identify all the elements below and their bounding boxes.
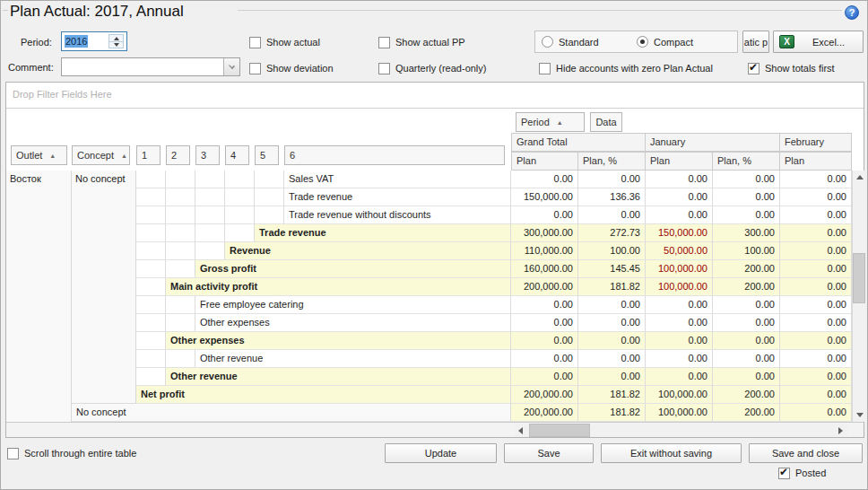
row-label[interactable]: Trade revenue without discounts [284, 206, 511, 224]
row-label[interactable]: Other expenses [195, 314, 511, 332]
value-cell[interactable]: 0.00 [646, 296, 713, 314]
value-cell[interactable]: 100,000.00 [646, 386, 713, 404]
value-cell[interactable]: 181.82 [578, 404, 646, 422]
value-cell[interactable]: 100,000.00 [646, 260, 713, 278]
value-cell[interactable]: 0.00 [780, 386, 852, 404]
update-button[interactable]: Update [385, 443, 497, 463]
value-cell[interactable]: 0.00 [511, 314, 578, 332]
value-cell[interactable]: 200.00 [713, 386, 780, 404]
combobox-dropdown-button[interactable] [223, 58, 239, 75]
value-cell[interactable]: 0.00 [713, 332, 780, 350]
col-header-plan[interactable]: Plan [511, 152, 578, 171]
value-cell[interactable]: 50,000.00 [646, 242, 713, 260]
value-cell[interactable]: 0.00 [780, 278, 852, 296]
h-scrollbar[interactable] [514, 424, 847, 437]
concept-field-header[interactable]: Concept ▲ [72, 145, 130, 165]
value-cell[interactable]: 300.00 [713, 224, 780, 242]
row-label[interactable]: Other revenue [166, 368, 511, 386]
row-label[interactable]: Other expenses [166, 332, 511, 350]
row-label[interactable]: Trade revenue [255, 224, 511, 242]
value-cell[interactable]: 0.00 [780, 260, 852, 278]
period-field-button[interactable]: Period ▲ [516, 112, 585, 132]
save-and-close-button[interactable]: Save and close [749, 443, 863, 463]
value-cell[interactable]: 150,000.00 [511, 188, 578, 206]
value-cell[interactable]: 0.00 [780, 296, 852, 314]
show-actual-pp-checkbox[interactable]: ✔ Show actual PP [378, 36, 465, 48]
scroll-up-button[interactable] [853, 171, 866, 184]
value-cell[interactable]: 300,000.00 [511, 224, 578, 242]
posted-checkbox[interactable]: ✔ Posted [778, 467, 826, 479]
standard-radio[interactable]: Standard [542, 36, 599, 48]
level-header-3[interactable]: 3 [195, 145, 220, 165]
value-cell[interactable]: 0.00 [713, 206, 780, 224]
value-cell[interactable]: 200.00 [713, 260, 780, 278]
value-cell[interactable]: 0.00 [578, 206, 646, 224]
value-cell[interactable]: 181.82 [578, 278, 646, 296]
value-cell[interactable]: 200,000.00 [511, 386, 578, 404]
value-cell[interactable]: 100.00 [713, 242, 780, 260]
row-label[interactable]: Free employee catering [195, 296, 511, 314]
value-cell[interactable]: 100,000.00 [646, 278, 713, 296]
value-cell[interactable]: 0.00 [646, 350, 713, 368]
row-label[interactable]: Trade revenue [284, 188, 511, 206]
value-cell[interactable]: 0.00 [713, 368, 780, 386]
value-cell[interactable]: 200.00 [713, 278, 780, 296]
group-header-grand-total[interactable]: Grand Total [511, 133, 646, 152]
show-actual-checkbox[interactable]: ✔ Show actual [249, 36, 320, 48]
value-cell[interactable]: 100,000.00 [646, 404, 713, 422]
scroll-entire-table-checkbox[interactable]: ✔ Scroll through entire table [7, 447, 136, 459]
value-cell[interactable]: 0.00 [646, 332, 713, 350]
value-cell[interactable]: 272.73 [578, 224, 646, 242]
value-cell[interactable]: 200,000.00 [511, 278, 578, 296]
exit-without-saving-button[interactable]: Exit without saving [601, 443, 742, 463]
compact-radio[interactable]: Compact [637, 36, 693, 48]
row-label[interactable]: Gross profit [195, 260, 511, 278]
value-cell[interactable]: 0.00 [578, 314, 646, 332]
v-scroll-thumb[interactable] [853, 253, 865, 303]
value-cell[interactable]: 100.00 [578, 242, 646, 260]
row-label[interactable]: Revenue [225, 242, 511, 260]
clipped-button[interactable]: atic p [742, 31, 769, 53]
value-cell[interactable]: 0.00 [646, 368, 713, 386]
value-cell[interactable]: 200.00 [713, 404, 780, 422]
value-cell[interactable]: 0.00 [511, 332, 578, 350]
value-cell[interactable]: 0.00 [780, 206, 852, 224]
value-cell[interactable]: 0.00 [780, 242, 852, 260]
value-cell[interactable]: 0.00 [511, 350, 578, 368]
value-cell[interactable]: 0.00 [713, 350, 780, 368]
level-header-4[interactable]: 4 [225, 145, 249, 165]
value-cell[interactable]: 0.00 [780, 404, 852, 422]
value-cell[interactable]: 200,000.00 [511, 404, 578, 422]
level-header-5[interactable]: 5 [255, 145, 279, 165]
help-icon[interactable]: ? [845, 5, 859, 20]
value-cell[interactable]: 0.00 [713, 314, 780, 332]
value-cell[interactable]: 0.00 [578, 368, 646, 386]
col-header-plan-pct[interactable]: Plan, % [713, 152, 780, 171]
value-cell[interactable]: 0.00 [713, 188, 780, 206]
row-label[interactable]: Net profit [136, 386, 511, 404]
excel-button[interactable]: X Excel... [773, 31, 864, 53]
value-cell[interactable]: 181.82 [578, 386, 646, 404]
value-cell[interactable]: 0.00 [713, 171, 780, 188]
value-cell[interactable]: 0.00 [713, 296, 780, 314]
value-cell[interactable]: 160,000.00 [511, 260, 578, 278]
data-field-button[interactable]: Data [590, 112, 622, 132]
row-label[interactable]: Main activity profit [166, 278, 511, 296]
value-cell[interactable]: 0.00 [646, 188, 713, 206]
save-button[interactable]: Save [504, 443, 594, 463]
value-cell[interactable]: 136.36 [578, 188, 646, 206]
v-scrollbar[interactable] [852, 171, 865, 422]
value-cell[interactable]: 110,000.00 [511, 242, 578, 260]
value-cell[interactable]: 145.45 [578, 260, 646, 278]
value-cell[interactable]: 0.00 [511, 368, 578, 386]
level-header-2[interactable]: 2 [166, 145, 190, 165]
col-header-plan[interactable]: Plan [780, 152, 852, 171]
value-cell[interactable]: 0.00 [511, 171, 578, 188]
row-label[interactable]: Sales VAT [284, 171, 511, 188]
show-deviation-checkbox[interactable]: ✔ Show deviation [249, 62, 334, 74]
spin-down-button[interactable] [109, 41, 123, 48]
value-cell[interactable]: 0.00 [578, 350, 646, 368]
comment-combobox[interactable] [61, 57, 240, 76]
col-header-plan[interactable]: Plan [646, 152, 713, 171]
value-cell[interactable]: 0.00 [578, 296, 646, 314]
